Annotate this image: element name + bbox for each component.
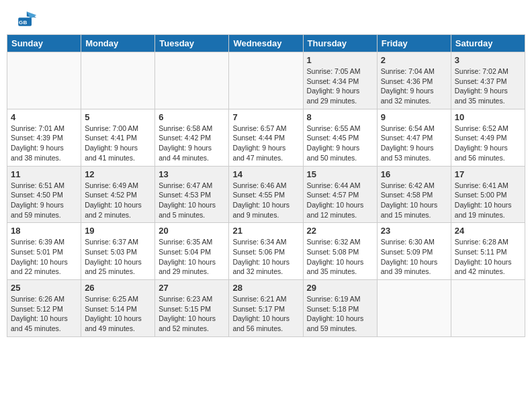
calendar-cell: 9Sunrise: 6:54 AMSunset: 4:47 PMDaylight… xyxy=(377,109,451,166)
day-info: Sunrise: 7:05 AMSunset: 4:34 PMDaylight:… xyxy=(307,66,373,106)
day-number: 3 xyxy=(455,55,521,65)
calendar-week-row: 25Sunrise: 6:26 AMSunset: 5:12 PMDayligh… xyxy=(7,280,525,337)
day-info-line: Sunrise: 6:23 AM xyxy=(159,294,225,304)
day-info-line: Daylight: 10 hours and 42 minutes. xyxy=(455,257,521,277)
calendar-cell: 27Sunrise: 6:23 AMSunset: 5:15 PMDayligh… xyxy=(155,280,229,337)
day-info-line: Sunrise: 6:55 AM xyxy=(307,124,373,134)
calendar-cell: 13Sunrise: 6:47 AMSunset: 4:53 PMDayligh… xyxy=(155,166,229,223)
day-info-line: Sunset: 5:14 PM xyxy=(85,304,151,314)
day-info-line: Sunset: 4:47 PM xyxy=(381,133,447,143)
day-info-line: Daylight: 10 hours and 25 minutes. xyxy=(85,257,151,277)
day-number: 11 xyxy=(11,169,77,179)
calendar-week-row: 18Sunrise: 6:39 AMSunset: 5:01 PMDayligh… xyxy=(7,223,525,280)
day-info: Sunrise: 7:01 AMSunset: 4:39 PMDaylight:… xyxy=(11,124,77,163)
day-info-line: Sunrise: 6:19 AM xyxy=(307,294,373,304)
day-info-line: Sunrise: 6:42 AM xyxy=(381,181,447,191)
day-info-line: Sunset: 4:41 PM xyxy=(85,133,151,143)
calendar-cell: 18Sunrise: 6:39 AMSunset: 5:01 PMDayligh… xyxy=(7,223,81,280)
day-number: 2 xyxy=(381,55,447,65)
day-info-line: Sunrise: 6:26 AM xyxy=(11,294,77,304)
day-number: 7 xyxy=(232,112,299,122)
day-info: Sunrise: 6:49 AMSunset: 4:52 PMDaylight:… xyxy=(85,181,151,220)
day-info-line: Daylight: 9 hours and 47 minutes. xyxy=(232,143,299,163)
day-info-line: Sunset: 4:44 PM xyxy=(232,133,299,143)
day-info-line: Daylight: 10 hours and 15 minutes. xyxy=(381,200,447,220)
day-info: Sunrise: 6:58 AMSunset: 4:42 PMDaylight:… xyxy=(159,124,225,163)
day-info-line: Sunrise: 7:00 AM xyxy=(85,124,151,134)
calendar-day-header: Friday xyxy=(377,35,451,52)
calendar-day-header: Wednesday xyxy=(229,35,303,52)
day-info-line: Sunrise: 6:52 AM xyxy=(455,124,521,134)
day-info: Sunrise: 6:39 AMSunset: 5:01 PMDaylight:… xyxy=(11,237,77,277)
day-info: Sunrise: 6:44 AMSunset: 4:57 PMDaylight:… xyxy=(307,181,373,220)
day-number: 22 xyxy=(307,226,373,236)
day-info-line: Sunrise: 7:05 AM xyxy=(307,66,373,77)
day-info-line: Sunset: 5:06 PM xyxy=(232,247,299,257)
day-number: 28 xyxy=(232,283,299,293)
day-info: Sunrise: 6:46 AMSunset: 4:55 PMDaylight:… xyxy=(232,181,299,220)
calendar-cell: 28Sunrise: 6:21 AMSunset: 5:17 PMDayligh… xyxy=(229,280,303,337)
day-number: 21 xyxy=(232,226,299,236)
day-number: 4 xyxy=(11,112,77,122)
day-info-line: Sunset: 4:42 PM xyxy=(159,133,225,143)
calendar-cell: 3Sunrise: 7:02 AMSunset: 4:37 PMDaylight… xyxy=(451,52,525,109)
day-info: Sunrise: 7:00 AMSunset: 4:41 PMDaylight:… xyxy=(85,124,151,163)
day-info-line: Daylight: 9 hours and 41 minutes. xyxy=(85,143,151,163)
day-number: 19 xyxy=(85,226,151,236)
day-info-line: Sunrise: 6:30 AM xyxy=(381,237,447,247)
day-info: Sunrise: 6:57 AMSunset: 4:44 PMDaylight:… xyxy=(232,124,299,163)
day-info: Sunrise: 6:35 AMSunset: 5:04 PMDaylight:… xyxy=(159,237,225,277)
calendar-cell: 4Sunrise: 7:01 AMSunset: 4:39 PMDaylight… xyxy=(7,109,81,166)
day-number: 1 xyxy=(307,55,373,65)
day-info-line: Sunrise: 6:51 AM xyxy=(11,181,77,191)
day-number: 5 xyxy=(85,112,151,122)
day-number: 17 xyxy=(455,169,521,179)
calendar-table: SundayMondayTuesdayWednesdayThursdayFrid… xyxy=(7,34,525,337)
calendar-cell: 24Sunrise: 6:28 AMSunset: 5:11 PMDayligh… xyxy=(451,223,525,280)
calendar-cell: 11Sunrise: 6:51 AMSunset: 4:50 PMDayligh… xyxy=(7,166,81,223)
day-info-line: Daylight: 10 hours and 9 minutes. xyxy=(232,200,299,220)
day-info-line: Daylight: 10 hours and 19 minutes. xyxy=(455,200,521,220)
calendar-cell xyxy=(81,52,155,109)
day-info-line: Daylight: 9 hours and 29 minutes. xyxy=(307,86,373,105)
day-info-line: Daylight: 10 hours and 49 minutes. xyxy=(85,314,151,333)
calendar-week-row: 11Sunrise: 6:51 AMSunset: 4:50 PMDayligh… xyxy=(7,166,525,223)
day-info: Sunrise: 6:51 AMSunset: 4:50 PMDaylight:… xyxy=(11,181,77,220)
day-number: 24 xyxy=(455,226,521,236)
day-info-line: Sunset: 5:01 PM xyxy=(11,247,77,257)
day-info-line: Sunset: 4:50 PM xyxy=(11,190,77,200)
day-info-line: Daylight: 10 hours and 29 minutes. xyxy=(159,257,225,277)
day-info-line: Daylight: 10 hours and 35 minutes. xyxy=(307,257,373,277)
calendar-week-row: 4Sunrise: 7:01 AMSunset: 4:39 PMDaylight… xyxy=(7,109,525,166)
day-number: 12 xyxy=(85,169,151,179)
day-info-line: Sunrise: 6:41 AM xyxy=(455,181,521,191)
day-info-line: Sunset: 5:00 PM xyxy=(455,190,521,200)
day-info-line: Sunrise: 6:32 AM xyxy=(307,237,373,247)
logo-icon: GB xyxy=(13,7,38,31)
day-info-line: Sunrise: 6:37 AM xyxy=(85,237,151,247)
day-info-line: Sunrise: 6:57 AM xyxy=(232,124,299,134)
calendar-cell: 26Sunrise: 6:25 AMSunset: 5:14 PMDayligh… xyxy=(81,280,155,337)
calendar-cell xyxy=(229,52,303,109)
day-info-line: Sunrise: 6:46 AM xyxy=(232,181,299,191)
day-info-line: Daylight: 10 hours and 12 minutes. xyxy=(307,200,373,220)
day-info-line: Daylight: 9 hours and 32 minutes. xyxy=(381,86,447,105)
day-info-line: Sunset: 5:03 PM xyxy=(85,247,151,257)
day-info: Sunrise: 7:04 AMSunset: 4:36 PMDaylight:… xyxy=(381,66,447,106)
day-info: Sunrise: 6:34 AMSunset: 5:06 PMDaylight:… xyxy=(232,237,299,277)
day-info-line: Sunrise: 6:25 AM xyxy=(85,294,151,304)
day-info-line: Sunset: 4:49 PM xyxy=(455,133,521,143)
calendar-cell: 6Sunrise: 6:58 AMSunset: 4:42 PMDaylight… xyxy=(155,109,229,166)
day-info-line: Sunset: 4:37 PM xyxy=(455,77,521,87)
day-info: Sunrise: 6:28 AMSunset: 5:11 PMDaylight:… xyxy=(455,237,521,277)
day-info: Sunrise: 6:52 AMSunset: 4:49 PMDaylight:… xyxy=(455,124,521,163)
day-info-line: Sunrise: 6:54 AM xyxy=(381,124,447,134)
calendar-day-header: Monday xyxy=(81,35,155,52)
day-number: 9 xyxy=(381,112,447,122)
day-info-line: Daylight: 9 hours and 35 minutes. xyxy=(455,86,521,105)
day-info: Sunrise: 6:26 AMSunset: 5:12 PMDaylight:… xyxy=(11,294,77,334)
calendar-day-header: Thursday xyxy=(303,35,377,52)
calendar-cell: 21Sunrise: 6:34 AMSunset: 5:06 PMDayligh… xyxy=(229,223,303,280)
day-number: 27 xyxy=(159,283,225,293)
calendar-cell: 7Sunrise: 6:57 AMSunset: 4:44 PMDaylight… xyxy=(229,109,303,166)
